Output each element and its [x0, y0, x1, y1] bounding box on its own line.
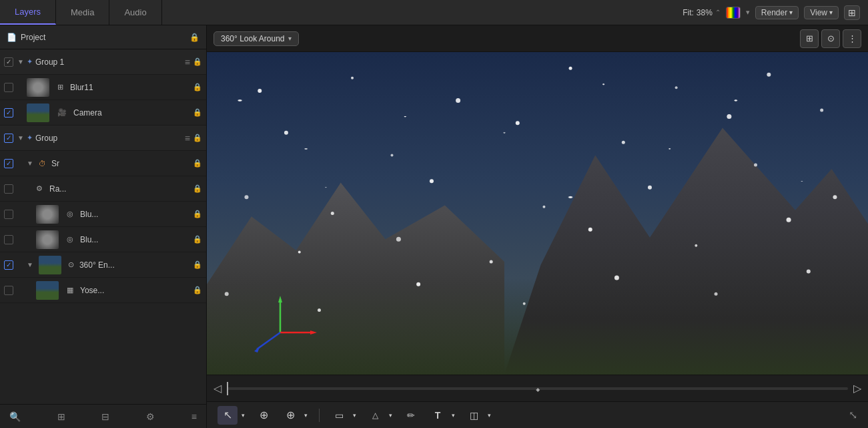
project-name: Project	[21, 33, 45, 42]
tab-layers[interactable]: Layers	[0, 0, 56, 25]
layer-name: Camera	[73, 108, 193, 118]
layer-name: Blu...	[80, 210, 193, 219]
timeline-start-marker[interactable]: ◁	[213, 382, 222, 395]
project-icon: 📄	[7, 33, 17, 42]
list-item[interactable]: ▼ ⏱ Sr 🔒	[0, 151, 206, 176]
tab-audio[interactable]: Audio	[109, 0, 161, 25]
viewport-more-button[interactable]: ⋮	[843, 29, 861, 48]
mask-tool-dropdown-arrow[interactable]: ▾	[485, 406, 493, 425]
fit-control: Fit: 38% ⌃	[683, 8, 721, 17]
viewport-area: 360° Look Around ▾ ⊞ ⊙ ⋮	[207, 25, 868, 428]
zoom-tool-group: ⊕ ▾	[280, 406, 310, 425]
pen-tool-dropdown-arrow[interactable]: ▾	[386, 406, 394, 425]
list-item[interactable]: ◎ Blu... 🔒	[0, 202, 206, 227]
text-tool-dropdown-arrow[interactable]: ▾	[449, 406, 457, 425]
text-tool-button[interactable]: T	[428, 406, 448, 425]
pan360-tool-button[interactable]: ⊕	[254, 406, 274, 425]
brush-tool-button[interactable]: ✏	[401, 406, 421, 425]
color-picker-btn[interactable]	[726, 7, 741, 19]
layer-lock-icon: 🔒	[193, 108, 202, 117]
layer-thumbnail	[39, 256, 61, 274]
layer-lock-icon: 🔒	[193, 83, 202, 91]
list-item[interactable]: ▼ ✦ Group ≡ 🔒	[0, 126, 206, 151]
project-row[interactable]: 📄 Project 🔒	[0, 25, 206, 49]
list-item[interactable]: ▦ Yose... 🔒	[0, 278, 206, 303]
layer-stack-icon: ≡	[185, 57, 190, 67]
expand-button[interactable]: ⤡	[849, 409, 857, 421]
grid-view-button[interactable]: ⊟	[99, 410, 112, 423]
layer-name: Yose...	[80, 286, 193, 295]
layer-visibility-checkbox[interactable]	[4, 210, 13, 219]
bottom-toolbar: ↖ ▾ ⊕ ⊕ ▾ ▭ ▾ △ ▾ ✏	[207, 401, 868, 428]
layer-name: Ra...	[49, 184, 193, 194]
timeline-bar: ◁ ⬥ ▷	[207, 375, 868, 401]
project-lock-icon: 🔒	[189, 33, 199, 42]
timeline-mid-marker: ⬥	[535, 383, 540, 394]
more-options-button[interactable]: ≡	[189, 410, 199, 423]
mask-tool-group: ◫ ▾	[464, 406, 493, 425]
list-item[interactable]: ▼ ⊙ 360° En... 🔒	[0, 252, 206, 278]
left-panel: 📄 Project 🔒 ▼ ✦ Group 1 ≡ 🔒 ⊞ Blur	[0, 25, 207, 428]
timeline-playhead[interactable]	[227, 382, 228, 395]
pen-tool-button[interactable]: △	[365, 406, 385, 425]
select-tool-dropdown-arrow[interactable]: ▾	[239, 406, 247, 425]
layer-lock-icon: 🔒	[193, 235, 202, 244]
toolbar-separator-1	[319, 409, 320, 422]
layer-thumbnail	[27, 103, 49, 122]
layer-visibility-checkbox[interactable]	[4, 159, 13, 168]
render-button[interactable]: Render ▾	[755, 6, 799, 19]
layer-visibility-checkbox[interactable]	[4, 83, 13, 92]
left-bottom-bar: 🔍 ⊞ ⊟ ⚙ ≡	[0, 404, 206, 428]
settings-button[interactable]: ⚙	[143, 410, 157, 423]
timeline-end-marker[interactable]: ▷	[853, 382, 861, 395]
top-tabs: Layers Media Audio	[0, 0, 162, 25]
layer-lock-icon: 🔒	[193, 210, 202, 218]
layer-thumbnail	[27, 78, 49, 97]
layer-thumbnail	[36, 205, 59, 224]
layer-visibility-checkbox[interactable]	[4, 134, 13, 143]
zoom-tool-button[interactable]: ⊕	[280, 406, 300, 425]
layer-visibility-checkbox[interactable]	[4, 184, 13, 194]
select-tool-button[interactable]: ↖	[218, 406, 238, 425]
canvas-area[interactable]	[207, 52, 868, 375]
layer-lock-icon: 🔒	[193, 134, 202, 142]
layer-visibility-checkbox[interactable]	[4, 260, 13, 270]
view-mode-dropdown[interactable]: 360° Look Around ▾	[213, 31, 299, 46]
fit-value[interactable]: 38%	[697, 8, 713, 17]
list-item[interactable]: ◎ Blu... 🔒	[0, 227, 206, 252]
rect-tool-button[interactable]: ▭	[329, 406, 349, 425]
text-tool-group: T ▾	[428, 406, 457, 425]
viewport-grid-button[interactable]: ⊞	[800, 29, 819, 48]
select-tool-group: ↖ ▾	[218, 406, 247, 425]
list-item[interactable]: ⚙ Ra... 🔒	[0, 176, 206, 202]
layer-visibility-checkbox[interactable]	[4, 286, 13, 295]
zoom-tool-dropdown-arrow[interactable]: ▾	[302, 406, 310, 425]
list-item[interactable]: ⊞ Blur11 🔒	[0, 75, 206, 100]
view-button[interactable]: View ▾	[804, 6, 839, 19]
layer-lock-icon: 🔒	[193, 159, 202, 168]
layer-visibility-checkbox[interactable]	[4, 57, 13, 67]
layer-visibility-checkbox[interactable]	[4, 235, 13, 244]
layer-name: Blu...	[80, 235, 193, 244]
list-item[interactable]: ▼ ✦ Group 1 ≡ 🔒	[0, 49, 206, 75]
layer-name: Blur11	[70, 83, 193, 92]
top-bar-right: Fit: 38% ⌃ ▾ Render ▾ View ▾ ⊞	[675, 5, 868, 20]
list-item[interactable]: 🎥 Camera 🔒	[0, 100, 206, 126]
layer-thumbnail	[36, 230, 59, 249]
list-view-button[interactable]: ⊞	[55, 410, 68, 423]
window-layout-button[interactable]: ⊞	[844, 5, 860, 20]
layer-visibility-checkbox[interactable]	[4, 108, 13, 118]
mask-tool-button[interactable]: ◫	[464, 406, 484, 425]
dropdown-arrow-icon: ▾	[288, 35, 292, 42]
shape-tool-group: ▭ ▾	[329, 406, 358, 425]
rect-tool-dropdown-arrow[interactable]: ▾	[350, 406, 358, 425]
viewport-360-button[interactable]: ⊙	[821, 29, 840, 48]
tab-media[interactable]: Media	[56, 0, 109, 25]
layer-name: 360° En...	[79, 260, 193, 270]
layer-stack-icon: ≡	[185, 133, 190, 144]
layer-name: Sr	[51, 159, 193, 168]
layer-lock-icon: 🔒	[193, 184, 202, 193]
top-bar: Layers Media Audio Fit: 38% ⌃ ▾ Render ▾…	[0, 0, 868, 25]
search-button[interactable]: 🔍	[7, 410, 23, 423]
main-content: 📄 Project 🔒 ▼ ✦ Group 1 ≡ 🔒 ⊞ Blur	[0, 25, 868, 428]
